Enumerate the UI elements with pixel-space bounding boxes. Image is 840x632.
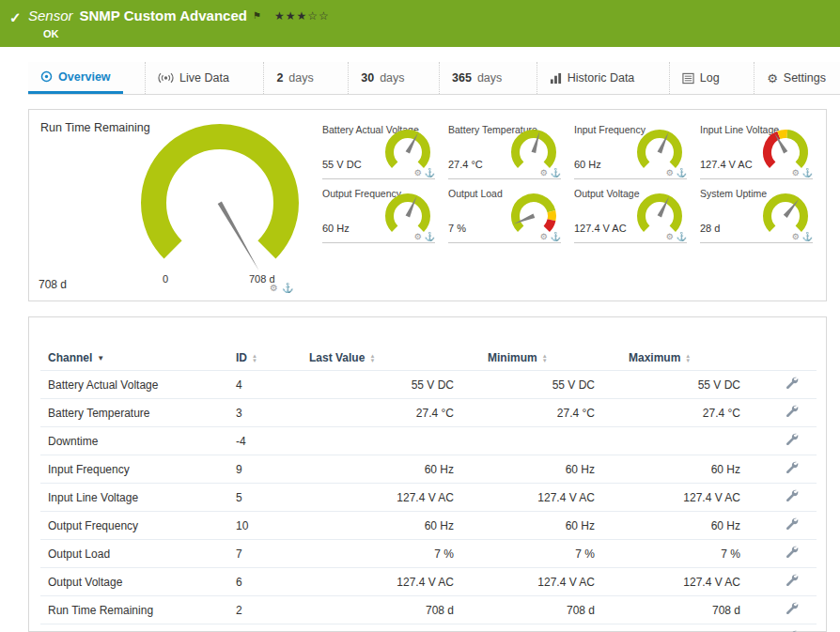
channel-name[interactable]: Output Load [40,540,228,568]
priority-stars[interactable]: ★★★☆☆ [274,9,330,23]
pin-icon[interactable]: ⚓ [425,232,435,241]
wrench-icon[interactable] [786,574,799,590]
tab-overview[interactable]: Overview [28,62,123,94]
gauge-cell-output-frequency: Output Frequency 60 Hz ⚙⚓ [322,185,435,243]
table-header-row: Channel▼ ID▲▼ Last Value▲▼ Minimum▲▼ Max… [40,346,817,371]
column-header-minimum[interactable]: Minimum▲▼ [480,346,621,371]
channel-id: 2 [228,596,302,624]
status-ok-check-icon: ✓ [9,9,22,26]
wrench-icon[interactable] [786,461,799,477]
channel-id: 9 [228,455,302,484]
channel-name[interactable]: Run Time Remaining [40,596,228,624]
gauge-value: 7 % [448,223,466,234]
tab-live-data[interactable]: Live Data [145,62,241,94]
gauges-panel: Run Time Remaining 0 708 d 708 d ⚙ ⚓ Bat… [28,109,827,301]
pin-icon[interactable]: ⚓ [282,283,293,293]
pin-icon[interactable]: ⚓ [677,168,687,177]
page-title: SNMP Custom Advanced [80,8,247,23]
channel-maximum: 27.4 °C [621,399,767,427]
pin-icon[interactable]: ⚓ [802,232,813,241]
table-row: System Uptime 8 28 d 28 d 28 d [40,624,817,632]
channel-minimum: 708 d [480,596,621,624]
gear-icon[interactable]: ⚙ [792,168,800,177]
channel-maximum: 60 Hz [621,512,767,540]
gear-icon[interactable]: ⚙ [666,168,674,177]
channel-maximum: 7 % [621,540,767,568]
sensor-word: Sensor [28,8,73,23]
tab-label: Log [700,71,720,85]
channel-name[interactable]: Input Frequency [40,455,228,484]
gear-icon[interactable]: ⚙ [414,168,422,177]
tab-30-days[interactable]: 30 days [348,62,416,94]
wrench-icon[interactable] [786,602,799,618]
wrench-icon[interactable] [786,377,799,393]
channel-last-value: 127.4 V AC [302,568,480,596]
channels-panel: Channel▼ ID▲▼ Last Value▲▼ Minimum▲▼ Max… [28,316,827,632]
table-row: Input Frequency 9 60 Hz 60 Hz 60 Hz [40,455,817,484]
channel-name[interactable]: Battery Temperature [40,399,228,427]
column-label: Maximum [629,351,680,364]
channel-id: 8 [228,624,302,632]
channel-name[interactable]: Downtime [40,427,228,455]
tab-label: Live Data [179,71,229,85]
tab-log[interactable]: Log [669,62,732,94]
run-time-remaining-gauge: 0 708 d [140,123,300,285]
tab-label: days [288,71,313,85]
pin-icon[interactable]: ⚓ [677,232,687,241]
channel-name[interactable]: Output Voltage [40,568,228,596]
channel-id: 7 [228,540,302,568]
channel-last-value: 7 % [302,540,480,568]
gear-icon[interactable]: ⚙ [540,232,548,241]
gauge-dial [140,123,300,286]
channel-maximum [621,427,767,455]
channel-name[interactable]: Input Line Voltage [40,484,228,512]
column-label: Channel [48,351,92,364]
channel-maximum: 28 d [621,624,767,632]
column-header-channel[interactable]: Channel▼ [40,346,228,371]
column-header-id[interactable]: ID▲▼ [228,346,302,371]
channel-id: 3 [228,399,302,427]
wrench-icon[interactable] [786,489,799,505]
gauge-value: 60 Hz [322,223,350,234]
pin-icon[interactable]: ⚓ [425,168,435,177]
wrench-icon[interactable] [786,517,799,533]
status-badge: OK [43,28,59,39]
channel-minimum: 127.4 V AC [480,568,621,596]
table-row: Output Frequency 10 60 Hz 60 Hz 60 Hz [40,512,817,540]
pin-icon[interactable]: ⚓ [551,232,561,241]
tab-2-days[interactable]: 2 days [263,62,325,94]
priority-flag-icon[interactable]: ⚑ [253,10,261,21]
wrench-icon[interactable] [786,405,799,421]
gear-icon[interactable]: ⚙ [414,232,422,241]
gear-icon: ⚙ [767,71,778,85]
wrench-icon[interactable] [786,433,799,449]
table-row: Output Load 7 7 % 7 % 7 % [40,540,817,568]
pin-icon[interactable]: ⚓ [551,168,561,177]
sort-icon: ▲▼ [252,354,257,363]
channel-last-value: 708 d [302,596,480,624]
column-header-maximum[interactable]: Maximum▲▼ [621,346,767,371]
gear-icon[interactable]: ⚙ [792,232,800,241]
tab-label: Overview [58,70,111,84]
bar-chart-icon [550,72,562,85]
channel-last-value [302,427,480,455]
pin-icon[interactable]: ⚓ [802,168,813,177]
channel-last-value: 27.4 °C [302,399,480,427]
gauge-cell-battery-temperature: Battery Temperature 27.4 °C ⚙⚓ [448,121,561,179]
gear-icon[interactable]: ⚙ [540,168,548,177]
gear-icon[interactable]: ⚙ [270,283,278,293]
tab-label: Settings [784,71,826,85]
channel-name[interactable]: System Uptime [40,624,228,632]
wrench-icon[interactable] [786,546,799,562]
tab-365-days[interactable]: 365 days [439,62,514,94]
gauge-cell-input-frequency: Input Frequency 60 Hz ⚙⚓ [574,121,687,179]
tab-historic-data[interactable]: Historic Data [537,62,647,94]
tab-label: days [380,71,404,85]
column-header-last-value[interactable]: Last Value▲▼ [302,346,480,371]
tab-bar: Overview Live Data 2 days 30 days 365 da… [28,62,840,95]
gear-icon[interactable]: ⚙ [666,232,674,241]
channel-name[interactable]: Battery Actual Voltage [40,371,228,399]
channel-name[interactable]: Output Frequency [40,512,228,540]
channel-id: -4 [228,427,302,455]
tab-settings[interactable]: ⚙ Settings [754,62,838,94]
